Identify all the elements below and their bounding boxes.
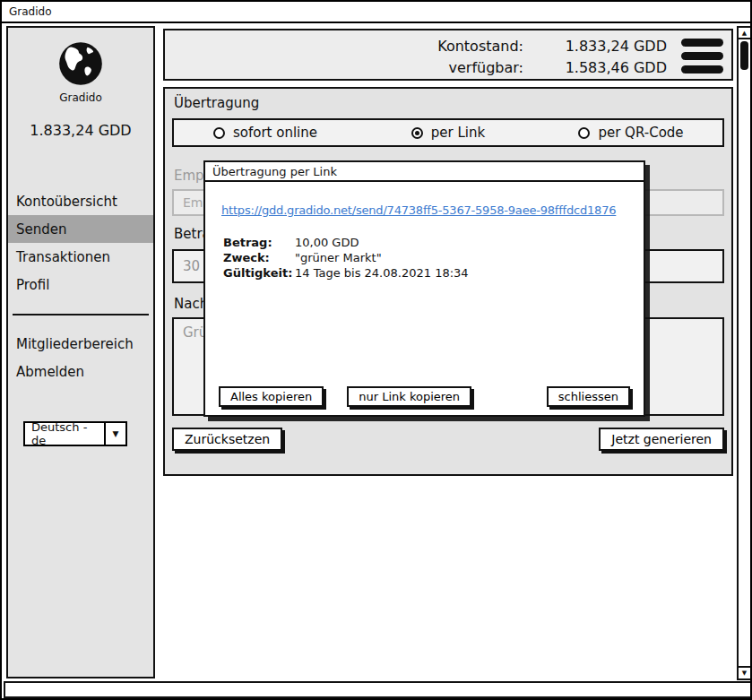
copy-all-button[interactable]: Alles kopieren (219, 386, 324, 407)
window-title-bar: Gradido (2, 2, 750, 23)
kontostand-value: 1.833,24 GDD (532, 38, 667, 55)
kontostand-label: Kontostand: (437, 38, 523, 55)
modal-button-row: Alles kopieren nur Link kopieren schlies… (219, 386, 630, 407)
vertical-scrollbar[interactable]: ▲ ▼ (737, 26, 752, 680)
radio-icon[interactable] (213, 127, 225, 139)
sidebar-item-label: Senden (16, 221, 67, 238)
radio-selected-icon[interactable] (411, 127, 423, 139)
header-panel: Kontostand: 1.833,24 GDD verfügbar: 1.58… (163, 29, 733, 81)
sidebar-item-label: Abmelden (16, 364, 84, 380)
mode-option-sofort-online[interactable]: sofort online (174, 120, 357, 145)
hamburger-menu-icon[interactable] (681, 39, 723, 79)
scrollbar-thumb[interactable] (740, 41, 748, 70)
sidebar-item-abmelden[interactable]: Abmelden (8, 358, 153, 385)
sidebar-item-transaktionen[interactable]: Transaktionen (8, 243, 153, 271)
sidebar-item-mitgliederbereich[interactable]: Mitgliederbereich (8, 330, 153, 358)
verfuegbar-value: 1.583,46 GDD (532, 59, 667, 76)
chevron-down-icon: ▼ (104, 423, 125, 445)
sidebar-divider (13, 314, 149, 315)
language-select[interactable]: Deutsch - de ▼ (23, 421, 127, 446)
modal-title-bar: Übertragung per Link (205, 162, 644, 182)
modal-title: Übertragung per Link (212, 165, 337, 178)
sidebar-item-label: Kontoübersicht (16, 194, 117, 210)
link-details: Betrag: 10,00 GDD Zweck: "grüner Markt" … (223, 236, 469, 280)
mode-label: per Link (431, 125, 485, 141)
sidebar-item-label: Profil (16, 277, 49, 293)
sidebar-secondary-menu: Mitgliederbereich Abmelden (8, 330, 153, 385)
balance-summary: Kontostand: 1.833,24 GDD verfügbar: 1.58… (437, 38, 667, 76)
app-window: Gradido Gradido 1.833,24 GDD Kontoübersi… (0, 0, 752, 700)
detail-value: "grüner Markt" (295, 251, 469, 264)
sidebar-item-senden[interactable]: Senden (8, 215, 153, 243)
sidebar-item-profil[interactable]: Profil (8, 271, 153, 298)
horizontal-scrollbar[interactable] (4, 681, 752, 698)
mode-label: sofort online (233, 125, 317, 141)
scroll-up-icon[interactable]: ▲ (739, 28, 750, 39)
reset-button[interactable]: Zurücksetzen (172, 428, 282, 451)
detail-label: Gültigkeit: (223, 266, 295, 280)
detail-value: 10,00 GDD (295, 236, 469, 249)
mode-label: per QR-Code (598, 125, 683, 141)
sidebar: Gradido 1.833,24 GDD Kontoübersicht Send… (6, 26, 155, 678)
mode-option-per-link[interactable]: per Link (357, 120, 540, 145)
verfuegbar-label: verfügbar: (437, 59, 523, 76)
copy-link-button[interactable]: nur Link kopieren (347, 386, 471, 407)
close-button[interactable]: schliessen (547, 386, 630, 407)
language-select-value: Deutsch - de (25, 423, 104, 445)
sidebar-item-label: Transaktionen (16, 249, 110, 265)
window-title: Gradido (9, 5, 52, 18)
logo: Gradido (8, 40, 153, 104)
sidebar-item-label: Mitgliederbereich (16, 336, 134, 352)
detail-label: Zweck: (223, 251, 295, 264)
globe-icon (57, 73, 104, 91)
transfer-mode-group: sofort online per Link per QR-Code (172, 118, 724, 147)
scroll-down-icon[interactable]: ▼ (739, 666, 750, 678)
transfer-link[interactable]: https://gdd.gradido.net/send/74738ff5-53… (221, 203, 616, 217)
logo-label: Gradido (8, 91, 153, 104)
sidebar-balance: 1.833,24 GDD (8, 122, 153, 139)
detail-label: Betrag: (223, 236, 295, 249)
mode-option-per-qr-code[interactable]: per QR-Code (540, 120, 722, 145)
sidebar-menu: Kontoübersicht Senden Transaktionen Prof… (8, 187, 153, 298)
generate-button[interactable]: Jetzt generieren (599, 428, 724, 451)
radio-icon[interactable] (578, 127, 590, 139)
transfer-link-modal: Übertragung per Link https://gdd.gradido… (203, 160, 645, 417)
sidebar-item-kontouebersicht[interactable]: Kontoübersicht (8, 187, 153, 215)
detail-value: 14 Tage bis 24.08.2021 18:34 (295, 266, 469, 280)
section-title: Übertragung (174, 95, 259, 111)
